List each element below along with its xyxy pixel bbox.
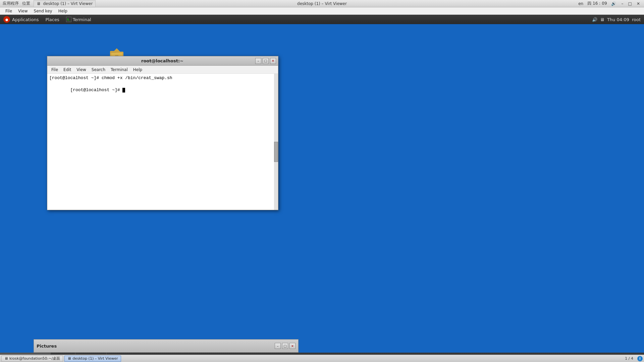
terminal-menu-help[interactable]: Help xyxy=(130,67,145,73)
host-window-tab[interactable]: 🖥 desktop (1) – Virt Viewer xyxy=(34,0,96,7)
terminal-menu-terminal[interactable]: Terminal xyxy=(108,67,130,73)
vm-display: ● Applications Places $_ Terminal 🔊 🖥 Th… xyxy=(0,15,644,362)
network-icon[interactable]: 🖥 xyxy=(600,17,604,22)
gnome-panel: ● Applications Places $_ Terminal 🔊 🖥 Th… xyxy=(0,15,644,24)
scrollbar-thumb[interactable] xyxy=(274,142,278,162)
terminal-line-1: [root@localhost ~]# chmod +x /bin/creat_… xyxy=(49,75,276,81)
volume-icon[interactable]: 🔊 xyxy=(592,17,597,22)
host-window-controls: – □ ✕ xyxy=(620,1,641,6)
terminal-titlebar: root@localhost:~ – □ ✕ xyxy=(47,56,278,66)
gnome-user[interactable]: root xyxy=(632,17,641,22)
terminal-window-title: root@localhost:~ xyxy=(69,58,255,63)
gnome-places-menu[interactable]: Places xyxy=(42,15,62,24)
host-window-center-title: desktop (1) – Virt Viewer xyxy=(297,1,347,6)
gnome-time: Thu 04:09 xyxy=(607,17,629,22)
pictures-title: Pictures xyxy=(37,344,57,349)
svg-marker-4 xyxy=(113,48,120,52)
gnome-panel-left: ● Applications Places $_ Terminal xyxy=(0,15,95,24)
host-info-icon[interactable]: i xyxy=(637,356,643,361)
host-close-btn[interactable]: ✕ xyxy=(635,1,641,6)
host-task-viewer-icon: 🖥 xyxy=(67,356,71,361)
gnome-applications-menu[interactable]: ● Applications xyxy=(0,15,42,24)
host-maximize-btn[interactable]: □ xyxy=(627,1,633,6)
host-lang: en xyxy=(578,1,583,6)
terminal-small-icon: $_ xyxy=(66,17,71,22)
virt-menu-sendkey[interactable]: Send key xyxy=(31,8,55,14)
gnome-foot-icon: ● xyxy=(3,16,10,23)
host-titlebar-left: 应用程序 位置 🖥 desktop (1) – Virt Viewer xyxy=(3,0,96,7)
host-position-label[interactable]: 位置 xyxy=(22,1,30,6)
terminal-menu-view[interactable]: View xyxy=(74,67,89,73)
terminal-menu-file[interactable]: File xyxy=(49,67,61,73)
terminal-cursor xyxy=(122,88,125,93)
terminal-line-2: [root@localhost ~]# xyxy=(49,81,276,100)
pictures-close-btn[interactable]: ✕ xyxy=(289,343,296,349)
virt-menu-view[interactable]: View xyxy=(15,8,30,14)
terminal-close-btn[interactable]: ✕ xyxy=(270,58,276,64)
host-task-viewer[interactable]: 🖥 desktop (1) – Virt Viewer xyxy=(64,356,121,362)
pictures-window-controls: – □ ✕ xyxy=(275,343,296,349)
host-task-kiosk[interactable]: 🖥 kiosk@foundation50:~/桌面 xyxy=(1,356,63,362)
virt-menu-help[interactable]: Help xyxy=(56,8,70,14)
pictures-minimize-btn[interactable]: – xyxy=(275,343,281,349)
terminal-menubar: File Edit View Search Terminal Help xyxy=(47,66,278,74)
terminal-icon-in-tab: 🖥 xyxy=(37,1,41,6)
host-app-label[interactable]: 应用程序 xyxy=(3,1,19,6)
host-time: 四 16：09 xyxy=(587,1,607,6)
gnome-terminal-button[interactable]: $_ Terminal xyxy=(63,15,95,24)
terminal-menu-edit[interactable]: Edit xyxy=(61,67,74,73)
terminal-maximize-btn[interactable]: □ xyxy=(263,58,269,64)
terminal-content[interactable]: [root@localhost ~]# chmod +x /bin/creat_… xyxy=(47,74,278,210)
terminal-window-controls: – □ ✕ xyxy=(255,58,276,64)
host-titlebar-right: en 四 16：09 🔊 – □ ✕ xyxy=(578,1,641,6)
gnome-panel-right: 🔊 🖥 Thu 04:09 root xyxy=(592,17,644,22)
virt-menu-file[interactable]: File xyxy=(3,8,15,14)
host-volume-icon[interactable]: 🔊 xyxy=(611,1,616,6)
pictures-maximize-btn[interactable]: □ xyxy=(282,343,288,349)
virt-menubar: File View Send key Help xyxy=(0,7,644,15)
terminal-menu-search[interactable]: Search xyxy=(89,67,108,73)
host-bottom-bar: 🖥 kiosk@foundation50:~/桌面 🖥 desktop (1) … xyxy=(0,355,644,362)
host-titlebar: 应用程序 位置 🖥 desktop (1) – Virt Viewer desk… xyxy=(0,0,644,7)
pictures-window: Pictures – □ ✕ xyxy=(34,339,299,353)
terminal-scrollbar[interactable] xyxy=(274,74,278,210)
host-pager: 1 / 4 xyxy=(622,356,636,361)
terminal-window: root@localhost:~ – □ ✕ File Edit View Se… xyxy=(47,56,278,210)
host-minimize-btn[interactable]: – xyxy=(620,1,625,6)
terminal-minimize-btn[interactable]: – xyxy=(255,58,261,64)
host-task-kiosk-icon: 🖥 xyxy=(4,356,8,361)
